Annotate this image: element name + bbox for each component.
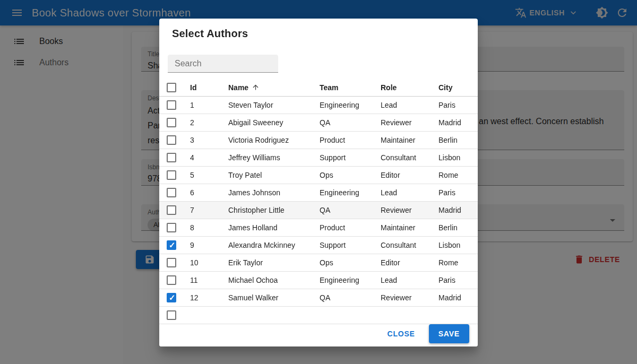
dialog-footer: CLOSE SAVE <box>159 324 478 346</box>
cell-name: Troy Patel <box>222 171 313 179</box>
row-checkbox[interactable] <box>167 205 176 215</box>
cell-id: 11 <box>184 276 222 284</box>
column-header-team[interactable]: Team <box>313 83 374 92</box>
cell-name: Jeffrey Williams <box>222 153 313 162</box>
cell-team: Product <box>313 223 374 232</box>
search-field <box>168 55 278 73</box>
cell-id: 7 <box>184 206 222 214</box>
row-checkbox[interactable] <box>167 310 176 320</box>
select-authors-dialog: Select Authors Id Name Team Role City 1 … <box>159 19 478 346</box>
cell-role: Maintainer <box>374 223 432 232</box>
table-row[interactable]: 7 Christopher Little QA Reviewer Madrid <box>159 202 478 219</box>
table-row[interactable]: 5 Troy Patel Ops Editor Rome <box>159 167 478 184</box>
table-row[interactable]: 6 James Johnson Engineering Lead Paris <box>159 184 478 202</box>
cell-id: 5 <box>184 171 222 179</box>
cell-role: Consultant <box>374 241 432 249</box>
sort-asc-icon <box>252 83 260 91</box>
cell-team: Engineering <box>313 276 374 284</box>
row-checkbox[interactable] <box>167 135 176 145</box>
close-button[interactable]: CLOSE <box>383 326 419 341</box>
cell-city: Madrid <box>432 293 478 302</box>
cell-team: Ops <box>313 258 374 267</box>
table-row[interactable]: 9 Alexandra Mckinney Support Consultant … <box>159 237 478 254</box>
cell-role: Consultant <box>374 153 432 162</box>
row-checkbox[interactable] <box>167 153 176 162</box>
cell-name: Samuel Walker <box>222 293 313 302</box>
cell-role: Lead <box>374 276 432 284</box>
cell-city: Lisbon <box>432 153 478 162</box>
row-checkbox[interactable] <box>167 100 176 110</box>
table-row[interactable] <box>159 307 478 324</box>
row-checkbox[interactable] <box>167 258 176 267</box>
cell-role: Editor <box>374 258 432 267</box>
cell-team: QA <box>313 293 374 302</box>
cell-team: QA <box>313 206 374 214</box>
cell-city: Madrid <box>432 118 478 127</box>
column-header-role[interactable]: Role <box>374 83 432 92</box>
cell-id: 12 <box>184 293 222 302</box>
cell-name: Erik Taylor <box>222 258 313 267</box>
cell-id: 4 <box>184 153 222 162</box>
cell-role: Lead <box>374 101 432 109</box>
cell-id: 2 <box>184 118 222 127</box>
table-body: 1 Steven Taylor Engineering Lead Paris 2… <box>159 97 478 324</box>
select-all-checkbox[interactable] <box>167 83 176 92</box>
cell-city: Paris <box>432 188 478 197</box>
row-checkbox[interactable] <box>167 223 176 232</box>
table-row[interactable]: 2 Abigail Sweeney QA Reviewer Madrid <box>159 114 478 132</box>
row-checkbox[interactable] <box>167 293 176 302</box>
table-row[interactable]: 4 Jeffrey Williams Support Consultant Li… <box>159 149 478 167</box>
row-checkbox[interactable] <box>167 118 176 127</box>
table-row[interactable]: 12 Samuel Walker QA Reviewer Madrid <box>159 289 478 307</box>
table-row[interactable]: 10 Erik Taylor Ops Editor Rome <box>159 254 478 272</box>
authors-table: Id Name Team Role City 1 Steven Taylor E… <box>159 79 478 324</box>
table-row[interactable]: 11 Michael Ochoa Engineering Lead Paris <box>159 272 478 289</box>
cell-name: Michael Ochoa <box>222 276 313 284</box>
row-checkbox[interactable] <box>167 240 176 250</box>
cell-role: Maintainer <box>374 136 432 144</box>
cell-name: Victoria Rodriguez <box>222 136 313 144</box>
cell-team: Engineering <box>313 101 374 109</box>
row-checkbox[interactable] <box>167 188 176 197</box>
cell-city: Lisbon <box>432 241 478 249</box>
cell-team: Ops <box>313 171 374 179</box>
cell-id: 9 <box>184 241 222 249</box>
row-checkbox[interactable] <box>167 170 176 180</box>
cell-id: 1 <box>184 101 222 109</box>
cell-name: Christopher Little <box>222 206 313 214</box>
cell-team: Support <box>313 153 374 162</box>
cell-id: 10 <box>184 258 222 267</box>
save-authors-button[interactable]: SAVE <box>429 324 469 343</box>
cell-team: Product <box>313 136 374 144</box>
column-header-city[interactable]: City <box>432 83 478 92</box>
table-row[interactable]: 1 Steven Taylor Engineering Lead Paris <box>159 97 478 114</box>
cell-id: 6 <box>184 188 222 197</box>
column-header-id[interactable]: Id <box>184 83 222 92</box>
cell-name: Alexandra Mckinney <box>222 241 313 249</box>
column-header-name[interactable]: Name <box>222 83 313 92</box>
cell-name: James Johnson <box>222 188 313 197</box>
cell-role: Reviewer <box>374 118 432 127</box>
table-header-row: Id Name Team Role City <box>159 79 478 97</box>
cell-team: Support <box>313 241 374 249</box>
cell-id: 8 <box>184 223 222 232</box>
cell-team: Engineering <box>313 188 374 197</box>
search-input[interactable] <box>168 55 278 72</box>
cell-role: Reviewer <box>374 206 432 214</box>
cell-city: Rome <box>432 258 478 267</box>
cell-city: Paris <box>432 101 478 109</box>
cell-id: 3 <box>184 136 222 144</box>
cell-role: Editor <box>374 171 432 179</box>
row-checkbox[interactable] <box>167 275 176 285</box>
table-row[interactable]: 8 James Holland Product Maintainer Berli… <box>159 219 478 237</box>
cell-team: QA <box>313 118 374 127</box>
cell-name: Steven Taylor <box>222 101 313 109</box>
cell-city: Berlin <box>432 223 478 232</box>
cell-city: Rome <box>432 171 478 179</box>
cell-role: Lead <box>374 188 432 197</box>
cell-city: Paris <box>432 276 478 284</box>
table-row[interactable]: 3 Victoria Rodriguez Product Maintainer … <box>159 132 478 149</box>
cell-name: James Holland <box>222 223 313 232</box>
cell-name: Abigail Sweeney <box>222 118 313 127</box>
cell-city: Madrid <box>432 206 478 214</box>
